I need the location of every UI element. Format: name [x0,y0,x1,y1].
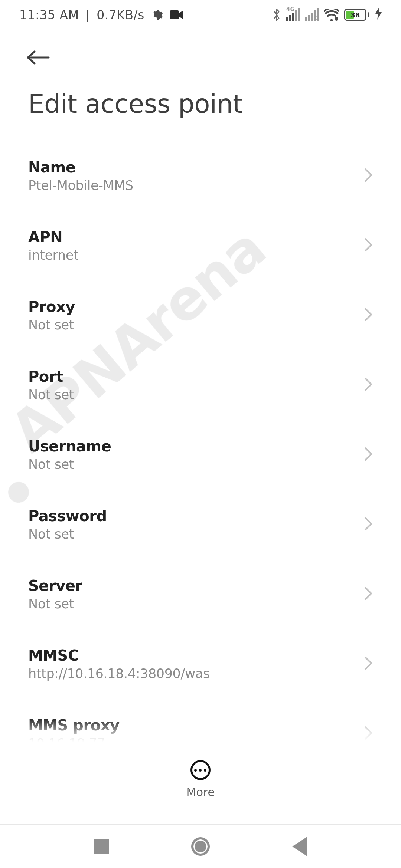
signal-sim1-icon: 4G [286,9,300,21]
chevron-right-icon [364,237,373,254]
field-value: Not set [28,457,111,472]
battery-icon: 38 [344,9,369,21]
field-name[interactable]: Name Ptel-Mobile-MMS [0,141,401,211]
field-label: Username [28,438,111,455]
field-label: Password [28,507,107,525]
field-apn[interactable]: APN internet [0,211,401,280]
svg-rect-0 [170,10,179,19]
camera-icon [170,10,183,20]
field-value: Not set [28,596,82,611]
field-value: internet [28,248,78,263]
bluetooth-icon [272,8,281,22]
status-bar: 11:35 AM | 0.7KB/s 4G ✕ [0,0,401,30]
field-label: MMSC [28,647,210,664]
nav-back-button[interactable] [290,837,309,856]
field-proxy[interactable]: Proxy Not set [0,280,401,350]
svg-point-1 [335,17,338,21]
field-label: Name [28,159,133,176]
circle-icon [191,837,210,856]
triangle-left-icon [292,837,307,856]
field-mmsc[interactable]: MMSC http://10.16.18.4:38090/was [0,629,401,699]
nav-home-button[interactable] [191,837,210,856]
field-label: APN [28,228,78,246]
screen: APNArena 11:35 AM | 0.7KB/s 4G ✕ [0,0,401,868]
status-left: 11:35 AM | 0.7KB/s [19,8,183,22]
more-icon [190,760,211,780]
field-label: Proxy [28,298,75,315]
field-value: Ptel-Mobile-MMS [28,178,133,193]
chevron-right-icon [364,726,373,742]
chevron-right-icon [364,447,373,463]
header: Edit access point [0,37,401,119]
chevron-right-icon [364,656,373,672]
field-value: http://10.16.18.4:38090/was [28,666,210,681]
gear-icon [151,9,163,21]
charging-icon [375,8,382,22]
field-value: Not set [28,527,107,542]
field-value: 10.16.18.77 [28,736,120,742]
arrow-left-icon [26,50,50,65]
battery-percent: 38 [346,11,365,19]
status-right: 4G ✕ 38 [272,8,382,22]
field-username[interactable]: Username Not set [0,420,401,490]
field-value: Not set [28,318,75,332]
field-label: Server [28,577,82,594]
chevron-right-icon [364,516,373,533]
fields-list: Name Ptel-Mobile-MMS APN internet Proxy … [0,141,401,742]
square-icon [94,839,109,854]
back-button[interactable] [25,45,51,70]
chevron-right-icon [364,168,373,184]
nav-recent-button[interactable] [92,837,111,856]
wifi-icon [324,9,339,21]
status-speed: 0.7KB/s [97,8,144,22]
signal-sim2-icon: ✕ [305,9,319,21]
status-sep: | [86,8,90,22]
chevron-right-icon [364,377,373,393]
bottom-bar: More [0,743,401,825]
field-mms-proxy[interactable]: MMS proxy 10.16.18.77 [0,699,401,742]
field-password[interactable]: Password Not set [0,490,401,559]
page-title: Edit access point [28,89,373,119]
status-time: 11:35 AM [19,8,79,22]
field-value: Not set [28,387,74,402]
more-label: More [186,785,215,799]
field-port[interactable]: Port Not set [0,350,401,420]
nav-bar [0,825,401,868]
field-label: MMS proxy [28,717,120,734]
signal-4g-label: 4G [286,6,295,13]
chevron-right-icon [364,586,373,602]
field-server[interactable]: Server Not set [0,559,401,629]
chevron-right-icon [364,307,373,323]
field-label: Port [28,368,74,385]
more-button[interactable]: More [186,760,215,799]
